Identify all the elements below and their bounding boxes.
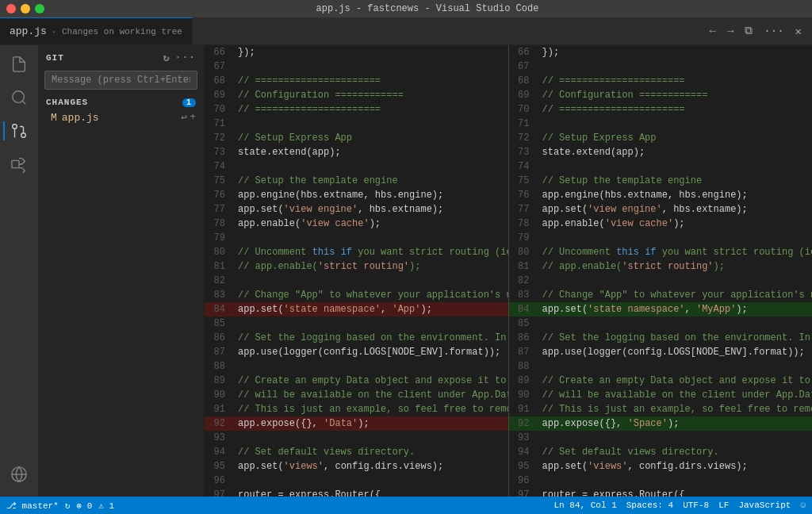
line-content: // Configuration ============ [539,88,813,102]
activitybar-globe[interactable] [3,458,35,490]
file-item-appjs[interactable]: M app.js ↩ + [38,109,204,126]
line-content: // Create an empty Data object and expos… [539,374,813,388]
line-number: 77 [205,202,235,217]
more-icon[interactable]: ··· [175,52,196,64]
table-row: 67 [205,59,508,74]
sync-icon[interactable]: ↻ [65,501,71,511]
line-number: 69 [205,88,235,102]
line-content [539,359,813,374]
line-number: 80 [205,245,235,259]
table-row: 66}); [205,45,508,59]
errors-count[interactable]: ⊗ 0 [76,501,92,511]
line-number: 67 [205,59,235,74]
line-number: 69 [509,88,539,102]
line-content: router = express.Router({ [539,488,813,497]
line-content: app.use(logger(config.LOGS[NODE_ENV].for… [539,345,813,359]
table-row: 90// will be available on the client und… [205,388,508,402]
statusbar-left: ⎇ master* ↻ ⊗ 0 ⚠ 1 [6,501,114,511]
code-view-left: 66});6768// ======================69// C… [205,45,508,497]
table-row: 85 [509,316,813,331]
line-content: app.enable('view cache'); [235,217,508,231]
diff-pane-left[interactable]: 66});6768// ======================69// C… [205,45,508,497]
table-row: 68// ====================== [509,74,813,88]
line-number: 97 [509,488,539,497]
line-number: 67 [509,59,539,74]
active-tab[interactable]: app.js · Changes on working tree [0,17,193,44]
svg-point-3 [13,125,17,129]
line-content: app.expose({}, 'Data'); [235,416,508,431]
line-content: }); [235,45,508,59]
table-row: 70// ====================== [509,102,813,117]
line-number: 86 [205,331,235,345]
language[interactable]: JavaScript [738,501,791,510]
warnings-count[interactable]: ⚠ 1 [98,501,114,511]
diff-pane-right[interactable]: 66});6768// ======================69// C… [508,45,813,497]
line-number: 70 [205,102,235,117]
table-row: 89// Create an empty Data object and exp… [205,374,508,388]
table-row: 83// Change "App" to whatever your appli… [205,288,508,302]
encoding[interactable]: UTF-8 [683,501,709,510]
line-number: 73 [205,145,235,159]
table-row: 81// app.enable('strict routing'); [205,259,508,274]
table-row: 86// Set the logging based on the enviro… [509,331,813,345]
nav-split-button[interactable]: ⧉ [741,23,756,39]
line-number: 74 [205,159,235,174]
spaces[interactable]: Spaces: 4 [626,501,673,510]
line-content: // Setup the template engine [539,174,813,188]
statusbar-right: Ln 84, Col 1 Spaces: 4 UTF-8 LF JavaScri… [554,501,806,510]
line-number: 84 [509,302,539,316]
maximize-button[interactable] [35,4,44,13]
activitybar-files[interactable] [3,48,35,80]
discard-changes-icon[interactable]: ↩ [181,111,187,124]
table-row: 83// Change "App" to whatever your appli… [509,288,813,302]
line-content: // app.enable('strict routing'); [539,259,813,274]
line-number: 70 [509,102,539,117]
file-item-actions: ↩ + [181,111,196,124]
line-number: 88 [205,359,235,374]
activitybar-extensions[interactable] [3,148,35,180]
nav-close-button[interactable]: ✕ [791,23,806,40]
table-row: 67 [509,59,813,74]
stage-changes-icon[interactable]: + [190,111,196,124]
editor-area: 66});6768// ======================69// C… [205,45,812,497]
activitybar-git[interactable] [3,115,35,147]
line-content: // Set the logging based on the environm… [539,331,813,345]
minimize-button[interactable] [21,4,30,13]
nav-forward-button[interactable]: → [723,23,737,39]
line-number: 72 [509,131,539,145]
line-number: 87 [509,345,539,359]
table-row: 72// Setup Express App [509,131,813,145]
git-label: GIT [46,53,64,63]
tab-subtitle: · Changes on working tree [52,27,182,36]
table-row: 82 [205,274,508,288]
table-row: 81// app.enable('strict routing'); [509,259,813,274]
line-content: app.expose({}, 'Space'); [539,416,813,431]
table-row: 84app.set('state namespace', 'MyApp'); [509,302,813,316]
line-content: app.set('view engine', hbs.extname); [539,202,813,217]
table-row: 88 [205,359,508,374]
changes-label: CHANGES [46,98,88,107]
commit-message-input[interactable] [44,71,197,90]
eol[interactable]: LF [718,501,729,510]
activitybar-search[interactable] [3,82,35,113]
titlebar: app.js - fastcnews - Visual Studio Code [0,0,812,17]
line-number: 79 [205,231,235,245]
line-number: 97 [205,488,235,497]
line-number: 93 [205,431,235,445]
table-row: 74 [509,159,813,174]
table-row: 74 [205,159,508,174]
line-col[interactable]: Ln 84, Col 1 [554,501,617,510]
line-content: // ====================== [235,102,508,117]
statusbar: ⎇ master* ↻ ⊗ 0 ⚠ 1 Ln 84, Col 1 Spaces:… [0,497,812,514]
table-row: 75// Setup the template engine [205,174,508,188]
line-content: state.extend(app); [235,145,508,159]
feedback-icon[interactable]: ☺ [800,501,806,510]
line-content: // ====================== [539,102,813,117]
line-number: 88 [509,359,539,374]
git-branch[interactable]: ⎇ master* [6,501,59,511]
nav-back-button[interactable]: ← [706,23,720,39]
close-button[interactable] [6,4,16,13]
refresh-icon[interactable]: ↻ [163,52,170,64]
nav-more-button[interactable]: ··· [760,23,787,39]
line-content [539,117,813,131]
